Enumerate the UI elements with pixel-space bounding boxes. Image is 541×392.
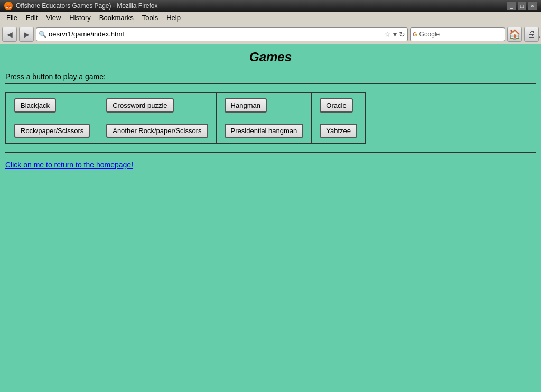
minimize-button[interactable]: _ [507,2,516,10]
game-cell-oracle: Oracle [312,92,366,118]
address-input[interactable] [49,30,382,38]
page-content: Games Press a button to play a game: Bla… [0,44,541,392]
forward-button[interactable]: ▶ [19,27,34,42]
title-bar-left: 🦊 Offshore Educators Games Page) - Mozil… [4,2,158,10]
game-cell-blackjack: Blackjack [6,92,98,118]
top-divider [5,83,536,84]
window-title: Offshore Educators Games Page) - Mozilla… [16,2,158,10]
search-engine-label: Google [419,31,440,38]
blackjack-button[interactable]: Blackjack [14,98,56,113]
home-button[interactable]: 🏠 [507,27,522,42]
presidential-hangman-button[interactable]: Presidential hangman [225,124,304,138]
bottom-divider [5,152,536,153]
game-cell-rps: Rock/paper/Scissors [6,118,98,144]
menu-file[interactable]: File [2,13,22,23]
hangman-button[interactable]: Hangman [225,98,267,113]
print-button[interactable]: 🖨 [524,27,539,42]
crossword-button[interactable]: Crossword puzzle [106,98,173,113]
back-button[interactable]: ◀ [2,27,17,42]
menu-history[interactable]: History [65,13,95,23]
instruction-text: Press a button to play a game: [5,72,536,81]
games-row-2: Rock/paper/Scissors Another Rock/paper/S… [6,118,366,144]
game-cell-presidential: Presidential hangman [216,118,312,144]
menu-view[interactable]: View [42,13,65,23]
maximize-button[interactable]: □ [518,2,526,10]
menu-edit[interactable]: Edit [22,13,42,23]
games-table: Blackjack Crossword puzzle Hangman Oracl… [5,92,366,144]
oracle-button[interactable]: Oracle [320,98,352,113]
nav-bar: ◀ ▶ 🔍 ☆ ▾ ↻ G Google 🔍 🏠 🖨 [0,24,541,44]
window-controls[interactable]: _ □ × [507,2,537,10]
dropdown-arrow-icon[interactable]: ▾ [393,30,397,39]
firefox-icon: 🦊 [4,2,13,10]
game-cell-rps2: Another Rock/paper/Scissors [98,118,216,144]
close-button[interactable]: × [528,2,537,10]
address-search-icon: 🔍 [39,31,46,38]
page-title: Games [5,50,536,64]
homepage-link[interactable]: Click on me to return to the homepage! [5,161,133,169]
search-bar[interactable]: G Google 🔍 [410,27,505,41]
game-cell-hangman: Hangman [216,92,312,118]
menu-tools[interactable]: Tools [138,13,162,23]
games-row-1: Blackjack Crossword puzzle Hangman Oracl… [6,92,366,118]
menu-bookmarks[interactable]: Bookmarks [95,13,138,23]
google-logo: G [413,31,417,38]
bookmark-star-icon[interactable]: ☆ [384,30,391,39]
yahtzee-button[interactable]: Yahtzee [320,124,357,138]
menu-help[interactable]: Help [162,13,185,23]
game-cell-crossword: Crossword puzzle [98,92,216,118]
reload-icon[interactable]: ↻ [399,30,405,39]
rps-button[interactable]: Rock/paper/Scissors [14,124,90,138]
menu-bar: File Edit View History Bookmarks Tools H… [0,12,541,24]
title-bar: 🦊 Offshore Educators Games Page) - Mozil… [0,0,541,12]
rps2-button[interactable]: Another Rock/paper/Scissors [106,124,208,138]
address-bar[interactable]: 🔍 ☆ ▾ ↻ [36,27,408,41]
game-cell-yahtzee: Yahtzee [312,118,366,144]
